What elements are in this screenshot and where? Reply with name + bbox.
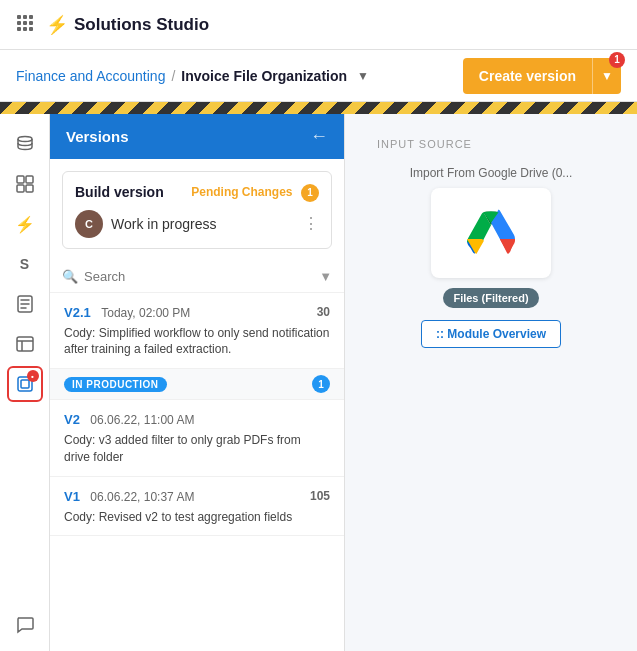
- svg-rect-4: [23, 21, 27, 25]
- wip-row: C Work in progress ⋮: [75, 210, 319, 238]
- sidebar-item-grid[interactable]: [7, 166, 43, 202]
- input-source-label: INPUT SOURCE: [377, 138, 472, 150]
- build-version-card: Build version Pending Changes 1 C Work i…: [62, 171, 332, 249]
- create-version-dropdown-button[interactable]: ▼ 1: [592, 58, 621, 94]
- breadcrumb-chevron-icon[interactable]: ▼: [357, 69, 369, 83]
- versions-badge: •: [27, 370, 39, 382]
- google-drive-import-label: Import From Google Drive (0...: [410, 166, 573, 180]
- svg-rect-13: [26, 185, 33, 192]
- sidebar-item-document[interactable]: [7, 286, 43, 322]
- wip-avatar: C: [75, 210, 103, 238]
- sidebar-icons: ⚡ S •: [0, 114, 50, 651]
- sub-header: Finance and Accounting / Invoice File Or…: [0, 50, 637, 102]
- version-item-v1[interactable]: V1 06.06.22, 10:37 AM 105 Cody: Revised …: [50, 477, 344, 537]
- create-version-group: Create version ▼ 1: [463, 58, 621, 94]
- pending-changes-badge: 1: [301, 184, 319, 202]
- search-row: 🔍 ▼: [50, 261, 344, 293]
- version-date: Today, 02:00 PM: [101, 306, 190, 320]
- search-icon: 🔍: [62, 269, 78, 284]
- search-input-wrap: 🔍: [62, 269, 311, 284]
- top-bar: ⚡ Solutions Studio: [0, 0, 637, 50]
- versions-panel: Versions ← Build version Pending Changes…: [50, 114, 345, 651]
- svg-rect-6: [17, 27, 21, 31]
- svg-rect-17: [21, 380, 29, 388]
- in-production-badge: IN PRODUCTION: [64, 377, 167, 392]
- version-tag-date: V2.1 Today, 02:00 PM: [64, 303, 190, 321]
- filter-icon[interactable]: ▼: [319, 269, 332, 284]
- version-item-header: V2.1 Today, 02:00 PM 30: [64, 303, 330, 321]
- sidebar-item-bolt[interactable]: ⚡: [7, 206, 43, 242]
- svg-rect-15: [17, 337, 33, 351]
- wip-info: C Work in progress: [75, 210, 217, 238]
- versions-close-button[interactable]: ←: [310, 126, 328, 147]
- in-production-row: IN PRODUCTION 1: [50, 369, 344, 400]
- version-tag: V2.1: [64, 305, 91, 320]
- bolt-icon: ⚡: [46, 14, 68, 36]
- version-item-v2[interactable]: V2 06.06.22, 11:00 AM Cody: v3 added fil…: [50, 400, 344, 477]
- wip-label: Work in progress: [111, 216, 217, 232]
- version-item-header: V2 06.06.22, 11:00 AM: [64, 410, 330, 428]
- version-tag-date: V1 06.06.22, 10:37 AM: [64, 487, 194, 505]
- version-item-v2-1[interactable]: V2.1 Today, 02:00 PM 30 Cody: Simplified…: [50, 293, 344, 370]
- version-description: Cody: Simplified workflow to only send n…: [64, 325, 330, 359]
- version-tag-date: V2 06.06.22, 11:00 AM: [64, 410, 194, 428]
- create-version-button[interactable]: Create version: [463, 58, 592, 94]
- version-item-header: V1 06.06.22, 10:37 AM 105: [64, 487, 330, 505]
- version-date: 06.06.22, 11:00 AM: [90, 413, 194, 427]
- build-version-label: Build version: [75, 184, 164, 200]
- create-version-badge: 1: [609, 52, 625, 68]
- files-filtered-badge[interactable]: Files (Filtered): [443, 288, 538, 308]
- pending-changes-group: Pending Changes 1: [191, 182, 319, 202]
- breadcrumb-separator: /: [171, 68, 175, 84]
- google-drive-card: [431, 188, 551, 278]
- version-description: Cody: v3 added filter to only grab PDFs …: [64, 432, 330, 466]
- sidebar-item-layout[interactable]: [7, 326, 43, 362]
- wip-menu-button[interactable]: ⋮: [303, 214, 319, 233]
- svg-rect-12: [17, 185, 24, 192]
- versions-header-label: Versions: [66, 128, 129, 145]
- svg-rect-3: [17, 21, 21, 25]
- svg-rect-10: [17, 176, 24, 183]
- main-layout: ⚡ S •: [0, 114, 637, 651]
- in-production-count: 1: [312, 375, 330, 393]
- google-drive-section: Import From Google Drive (0... Files (Fi…: [410, 166, 573, 348]
- search-input[interactable]: [84, 269, 311, 284]
- version-description: Cody: Revised v2 to test aggregation fie…: [64, 509, 330, 526]
- version-count: 30: [317, 305, 330, 319]
- build-version-top: Build version Pending Changes 1: [75, 182, 319, 202]
- app-title: Solutions Studio: [74, 15, 209, 35]
- versions-list: V2.1 Today, 02:00 PM 30 Cody: Simplified…: [50, 293, 344, 652]
- version-count: 105: [310, 489, 330, 503]
- svg-rect-11: [26, 176, 33, 183]
- content-area: INPUT SOURCE Import From Google Drive (0…: [345, 114, 637, 651]
- versions-panel-header: Versions ←: [50, 114, 344, 159]
- svg-rect-0: [17, 15, 21, 19]
- svg-point-9: [18, 137, 32, 142]
- version-tag: V2: [64, 412, 80, 427]
- pending-changes-label: Pending Changes: [191, 185, 292, 199]
- module-overview-button[interactable]: :: Module Overview: [421, 320, 561, 348]
- warning-stripe: [0, 102, 637, 114]
- version-tag: V1: [64, 489, 80, 504]
- breadcrumb-parent[interactable]: Finance and Accounting: [16, 68, 165, 84]
- svg-rect-1: [23, 15, 27, 19]
- svg-rect-2: [29, 15, 33, 19]
- breadcrumb-current: Invoice File Organization: [181, 68, 347, 84]
- svg-rect-7: [23, 27, 27, 31]
- sidebar-item-database[interactable]: [7, 126, 43, 162]
- sidebar-item-versions[interactable]: •: [7, 366, 43, 402]
- svg-rect-8: [29, 27, 33, 31]
- grid-menu-icon[interactable]: [16, 14, 34, 36]
- svg-rect-5: [29, 21, 33, 25]
- sidebar-item-chat[interactable]: [7, 607, 43, 643]
- version-date: 06.06.22, 10:37 AM: [90, 490, 194, 504]
- sidebar-item-s[interactable]: S: [7, 246, 43, 282]
